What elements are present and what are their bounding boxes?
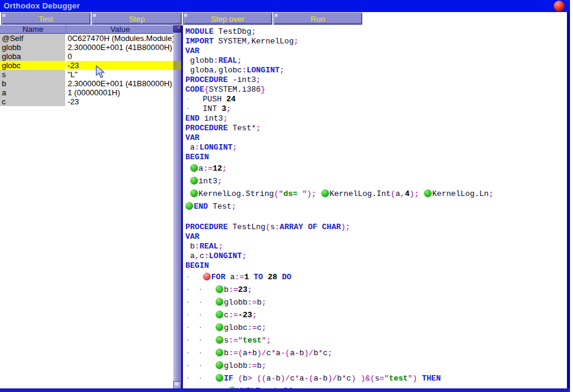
breakpoint-marker-icon[interactable]: [216, 285, 223, 293]
code-token: test: [389, 374, 408, 383]
table-row[interactable]: a1 (00000001H): [0, 88, 173, 97]
code-token: INT: [198, 104, 222, 113]
step-over-button[interactable]: Step over: [183, 13, 272, 25]
code-token: -: [295, 349, 299, 358]
source-code-panel[interactable]: MODULE TestDbg;IMPORT SYSTEM,KernelLog;V…: [181, 25, 567, 388]
code-token: ;: [248, 285, 252, 294]
code-line: CODE{SYSTEM.i386}: [185, 85, 567, 95]
breakpoint-marker-icon[interactable]: [424, 189, 432, 197]
active-breakpoint-icon[interactable]: [203, 273, 211, 280]
column-header-name[interactable]: Name: [0, 25, 66, 34]
code-token: int3: [199, 177, 217, 186]
code-token: >: [248, 374, 252, 383]
breakpoint-marker-icon[interactable]: [216, 311, 223, 318]
code-token: VAR: [185, 46, 199, 55]
code-token: ");: [302, 189, 316, 198]
breakpoint-marker-icon[interactable]: [321, 189, 329, 197]
code-token: 12: [213, 164, 222, 173]
current-position-icon[interactable]: ➜: [216, 336, 223, 344]
code-token: BEGIN: [185, 261, 209, 270]
test-button[interactable]: Test: [1, 13, 91, 25]
code-token: *: [295, 374, 299, 383]
code-token: s: [375, 374, 380, 383]
code-token: [211, 374, 216, 383]
code-token: 23: [238, 285, 248, 294]
code-token: :=: [248, 323, 257, 332]
breakpoint-marker-icon[interactable]: [190, 164, 198, 172]
code-token: KernelLog.Int: [330, 189, 391, 198]
indent-dot-icon: ·: [198, 359, 211, 372]
table-row[interactable]: c-23: [0, 97, 173, 106]
code-token: ;: [237, 56, 242, 65]
variable-name: a: [0, 88, 66, 97]
close-icon[interactable]: [554, 1, 565, 11]
code-token: TestLng: [228, 223, 265, 232]
table-row[interactable]: globb 2.300000E+001 (41B80000H): [0, 43, 173, 52]
code-token: ;: [226, 104, 231, 113]
indent-dot-icon: ·: [185, 347, 198, 359]
code-token: +: [248, 349, 252, 358]
code-line: END Test;: [185, 200, 567, 213]
code-token: globb: [224, 298, 248, 307]
code-token: a: [199, 164, 203, 173]
code-line: VAR: [185, 46, 567, 56]
code-token: ;: [222, 164, 227, 173]
code-line: PROCEDURE Test*;: [185, 124, 567, 133]
variable-value: 2.300000E+001 (41B80000H): [66, 79, 173, 88]
code-token: ;: [231, 202, 236, 211]
indent-dot-icon: ·: [185, 372, 198, 385]
code-token: ((: [257, 374, 266, 383]
code-line: ·· globb:=b;: [185, 359, 567, 372]
code-token: c: [290, 374, 295, 383]
breakpoint-marker-icon[interactable]: [216, 298, 223, 306]
breakpoint-marker-icon[interactable]: [216, 323, 223, 331]
variable-name: globa: [0, 52, 66, 61]
code-token: );: [341, 223, 351, 232]
breakpoint-marker-icon[interactable]: [190, 189, 198, 197]
code-token: VAR: [185, 232, 199, 241]
variable-value: -23: [66, 97, 173, 106]
code-token: IF: [224, 374, 234, 383]
code-token: b: [313, 349, 318, 358]
code-token: ,: [400, 189, 405, 198]
breakpoint-marker-icon[interactable]: [216, 374, 223, 382]
code-token: TO: [249, 273, 267, 282]
code-line: [185, 213, 567, 223]
breakpoint-marker-icon[interactable]: [185, 202, 193, 210]
table-row[interactable]: @Self0C627470H (Modules.Module): [0, 34, 173, 43]
code-token: [211, 285, 216, 294]
table-row[interactable]: globc-23: [0, 61, 173, 70]
indent-dot-icon: ·: [198, 372, 211, 385]
yellow-arrow-glyph: ➜: [216, 334, 223, 346]
code-line: a,c:LONGINT;: [185, 251, 567, 261]
indent-dot-icon: ·: [198, 334, 211, 347]
column-header-value[interactable]: Value: [67, 25, 173, 34]
code-token: PUSH: [198, 95, 226, 104]
breakpoint-marker-icon[interactable]: [216, 349, 223, 356]
table-row[interactable]: s"L": [0, 70, 173, 79]
code-token: :: [275, 223, 280, 232]
breakpoint-marker-icon[interactable]: [190, 177, 198, 185]
step-button[interactable]: Step: [92, 13, 182, 25]
breakpoint-marker-icon[interactable]: [216, 361, 223, 369]
title-bar[interactable]: Orthodox Debugger: [0, 0, 570, 12]
code-token: 28: [267, 273, 277, 282]
code-token: *: [318, 349, 323, 358]
code-token: [211, 298, 216, 307]
code-line: ·· ➜s:="test";: [185, 334, 567, 347]
scrollbar-top-button[interactable]: [173, 25, 181, 33]
run-button[interactable]: Run: [274, 13, 362, 25]
code-token: a: [299, 374, 304, 383]
indent-dot-icon: ·: [185, 283, 198, 296]
code-token: *: [342, 374, 347, 383]
code-token: Test: [208, 202, 231, 211]
table-row[interactable]: b 2.300000E+001 (41B80000H): [0, 79, 173, 88]
code-token: b: [299, 349, 304, 358]
code-token: SYSTEM: [214, 37, 247, 46]
table-row[interactable]: globa0: [0, 52, 173, 61]
variables-scrollbar[interactable]: [173, 25, 181, 392]
code-token: (: [238, 374, 243, 383]
indent-dot-icon: ·: [198, 283, 211, 296]
code-token: ;: [242, 251, 247, 261]
code-token: globb: [224, 361, 248, 370]
